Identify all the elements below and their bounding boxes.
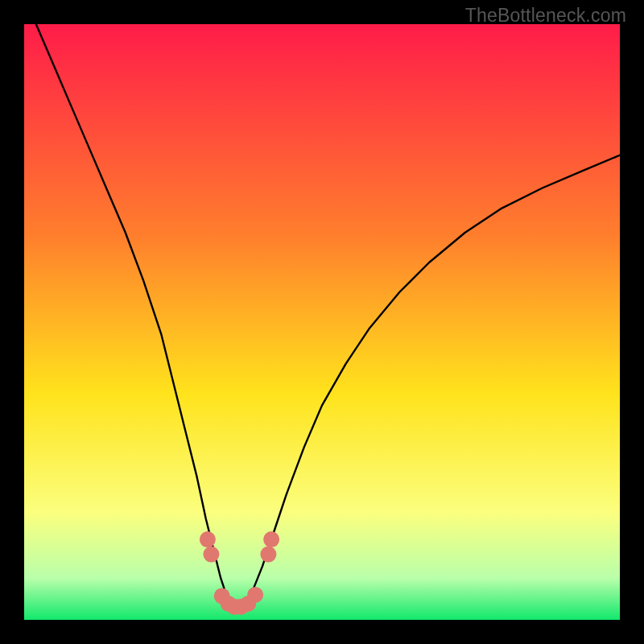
gradient-background (24, 24, 620, 620)
watermark-text: TheBottleneck.com (465, 5, 626, 27)
bottleneck-chart (24, 24, 620, 620)
plot-area (24, 24, 620, 620)
marker-dot (247, 587, 263, 603)
marker-dot (263, 531, 279, 547)
marker-dot (200, 531, 216, 547)
chart-frame: TheBottleneck.com (0, 0, 644, 644)
marker-dot (203, 547, 219, 563)
marker-dot (260, 547, 276, 563)
